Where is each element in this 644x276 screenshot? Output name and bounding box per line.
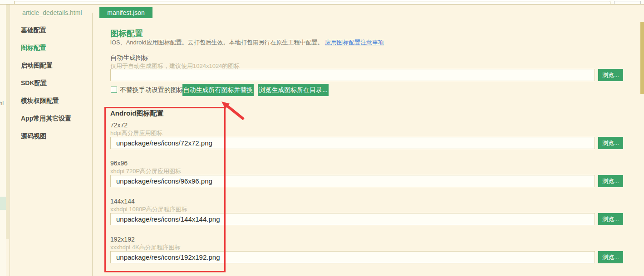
android-icon-path-input-144[interactable] <box>110 213 595 225</box>
android-browse-button-144[interactable]: 浏览... <box>598 213 623 225</box>
icon-config-notes-link[interactable]: 应用图标配置注意事项 <box>325 39 384 46</box>
page-title: 图标配置 <box>110 28 143 39</box>
clipped-project-explorer: hl <box>0 5 6 276</box>
android-size-hint: xhdpi 720P高分屏应用图标 <box>110 167 181 175</box>
tab-article-dedetails[interactable]: article_dedetails.html <box>22 9 82 16</box>
clipped-toolbar-button[interactable] <box>614 1 641 5</box>
android-browse-button-96[interactable]: 浏览... <box>598 175 623 187</box>
sidebar-content-divider <box>92 13 93 276</box>
sidebar-item-0[interactable]: 基础配置 <box>21 26 46 34</box>
sidebar-item-4[interactable]: 模块权限配置 <box>21 97 59 105</box>
sidebar-item-5[interactable]: App常用其它设置 <box>21 115 71 123</box>
explorer-scrollbar-strip[interactable] <box>6 5 9 239</box>
android-size-label: 72x72 <box>110 121 128 129</box>
auto-icon-browse-button[interactable]: 浏览... <box>598 69 623 81</box>
clipped-top-toolbar <box>0 0 644 5</box>
vertical-scrollbar-thumb[interactable] <box>640 22 644 94</box>
explorer-selection-highlight <box>0 197 6 210</box>
no-replace-manual-checkbox[interactable] <box>111 87 117 93</box>
browse-generated-dir-button[interactable]: 浏览生成图标所在目录... <box>258 84 329 96</box>
android-size-hint: hdpi高分屏应用图标 <box>110 129 163 137</box>
android-icon-path-input-72[interactable] <box>110 137 595 149</box>
panel-divider-left <box>10 5 10 276</box>
sidebar-item-1[interactable]: 图标配置 <box>21 44 46 52</box>
android-size-label: 96x96 <box>110 160 128 167</box>
tab-manifest-json[interactable]: manifest.json <box>99 7 152 18</box>
sidebar-item-2[interactable]: 启动图配置 <box>21 62 53 70</box>
red-annotation-arrow <box>217 95 249 122</box>
sidebar-item-6[interactable]: 源码视图 <box>21 132 46 140</box>
android-size-hint: xxxhdpi 4K高分屏程序图标 <box>110 243 181 252</box>
no-replace-manual-label[interactable]: 不替换手动设置的图标 <box>120 86 183 94</box>
subtitle-text: iOS、Android应用图标配置。云打包后生效。本地打包需另行在原生工程中配置… <box>110 39 323 46</box>
android-browse-button-192[interactable]: 浏览... <box>598 251 623 263</box>
auto-icon-path-input[interactable] <box>110 69 595 81</box>
android-icon-path-input-192[interactable] <box>110 251 595 263</box>
sidebar-item-3[interactable]: SDK配置 <box>21 79 47 87</box>
android-size-label: 192x192 <box>110 236 135 243</box>
android-icon-path-input-96[interactable] <box>110 175 595 187</box>
page-subtitle: iOS、Android应用图标配置。云打包后生效。本地打包需另行在原生工程中配置… <box>110 39 384 47</box>
android-size-hint: xxhdpi 1080P高分屏程序图标 <box>110 205 187 213</box>
android-icon-heading: Android图标配置 <box>110 109 164 118</box>
android-browse-button-72[interactable]: 浏览... <box>598 137 623 149</box>
generate-all-icons-button[interactable]: 自动生成所有图标并替换 <box>182 84 254 96</box>
manifest-editor-window: hl article_dedetails.html manifest.json … <box>0 0 644 276</box>
android-size-label: 144x144 <box>110 198 135 205</box>
clipped-toolbar-input[interactable] <box>14 1 610 5</box>
auto-icon-label: 自动生成图标 <box>110 54 148 62</box>
clipped-filename-text: hl <box>0 100 4 107</box>
